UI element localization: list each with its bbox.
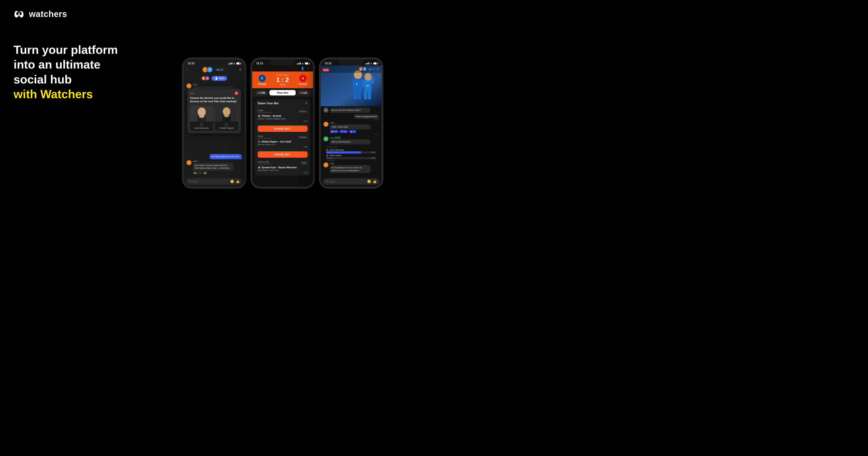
more-icon-p2[interactable]: ⋮ [307, 66, 310, 70]
live-badge-container: LIVE [322, 67, 329, 72]
p3-avatar-2: R [362, 66, 367, 72]
msg-name-1: Adel ✓ [193, 83, 242, 86]
live-badge: LIVE [322, 68, 329, 72]
phone-2-time: 11:11 [256, 62, 264, 65]
vote-button[interactable]: ▐▌ Vote [212, 76, 227, 81]
bet-odd-2: 1.86 [304, 146, 308, 148]
bet-detail-3: Over/Under: Over (2.5) [258, 169, 308, 171]
p3-reaction-1[interactable]: 👍 123 [330, 130, 338, 133]
p3-msg-name-4: Anry admin [330, 136, 379, 139]
team-chelsea: C Chelsea [255, 75, 269, 85]
phone-1-status-icons: ▲ [228, 62, 241, 65]
poll-bar-2: 15 % [326, 157, 376, 159]
reaction-thumbsup[interactable]: 👍 [203, 172, 207, 174]
benzema-avatar [326, 149, 329, 151]
svg-rect-17 [352, 79, 355, 87]
odds-row: × 3.98 Place Bet × 1.62 [252, 88, 313, 97]
reaction-fire[interactable]: 🔥 9695 [193, 172, 202, 174]
quiz-close-button[interactable]: × [235, 91, 238, 95]
poll-fill-2 [326, 157, 334, 159]
score-area: Premier League 1 : 2 49:30 [276, 74, 289, 86]
phone-1-side-button [246, 82, 246, 93]
signal-2 [298, 63, 299, 64]
p3-chat-avatars: A R [359, 66, 367, 72]
option-2-name: Coralie Fargeat [215, 127, 238, 130]
odd-1[interactable]: × 3.98 [255, 90, 268, 95]
phone-2-notch [270, 59, 295, 65]
bet-odd-1: 4.21 [304, 120, 308, 122]
p3-emoji-icon[interactable]: 🙂 [367, 179, 371, 183]
p3-settings-icon[interactable]: ⚙ [376, 67, 379, 70]
option-1-radio[interactable] [200, 123, 203, 126]
poll-bar-1: 70 % [326, 151, 376, 153]
signal-4 [232, 62, 232, 64]
svg-point-19 [364, 73, 372, 81]
settings-icon[interactable]: ⚙ [239, 68, 242, 72]
quiz-question: Choose the director you would like to di… [190, 96, 238, 103]
odd-2[interactable]: × 1.62 [298, 90, 310, 95]
signal-2 [229, 63, 230, 64]
bet-date-2: 29.09.2023 20:00 [258, 137, 272, 139]
option-2-svg [215, 106, 238, 121]
signal-3 [299, 63, 300, 64]
svg-point-11 [224, 115, 229, 117]
own-message: He's been playing so well lately. [210, 154, 242, 159]
p3-msg-bubble-1: did you see this Chelsea match? [330, 108, 370, 113]
share-bet-btn-2[interactable]: SHARE BET [258, 151, 308, 158]
bet-type-2: Single [258, 135, 272, 137]
phone-2-status-icons: ▲ [297, 62, 309, 65]
p3-msg-time-2: 22:30 [354, 119, 379, 121]
p3-msg-content-5: Adel ✓ It's frustrating to see our team … [330, 163, 379, 173]
bet-match-1: Chelsea – Arsenal [262, 115, 281, 117]
emoji-icon[interactable]: 🙂 [230, 179, 234, 183]
svg-point-9 [223, 108, 230, 115]
svg-rect-27 [326, 149, 329, 151]
watchers-logo-icon [13, 9, 26, 19]
p3-message-3: A Adel ✓ Yeah, I know right! 👍 123 ❤️ 23… [323, 122, 379, 135]
arsenal-badge: A [299, 75, 307, 82]
poll-fill-1 [326, 151, 361, 153]
match-score: 1 : 2 [276, 76, 289, 83]
share-bet-btn-1[interactable]: SHARE BET [258, 125, 308, 132]
battery-icon [237, 62, 241, 64]
bet-match-icon-2: 🎾 [258, 140, 261, 143]
bet-card-2-header: Single 29.09.2023 20:00 Pending [258, 135, 308, 139]
phone-2: 11:11 ▲ 👤 ⋮ [250, 57, 315, 189]
poll-option-2: Eden Hazard 15 % [326, 154, 376, 159]
hero-line1: Turn your platform [13, 43, 131, 57]
sport-video: LIVE A R 👥 120 ⚙ [321, 65, 381, 106]
bet-status-3: Won [301, 162, 307, 165]
poll-pct-2: 15 % [372, 157, 375, 159]
quiz-option-2[interactable]: Coralie Fargeat [215, 106, 238, 131]
signal-4 [369, 62, 369, 64]
hero-line3: social hub [13, 73, 131, 86]
svg-rect-28 [326, 154, 329, 157]
bet-card-3: System (5/8) 29.09.2023 20:00 Won ⚽ Dyna… [255, 159, 310, 175]
signal-4 [300, 62, 301, 64]
p3-send-icon[interactable]: 👍 [373, 179, 377, 183]
signal-2 [366, 63, 367, 64]
hazard-avatar [326, 154, 329, 157]
back-icon[interactable]: ‹ [186, 67, 188, 72]
p3-msg-content-3: Adel ✓ Yeah, I know right! 👍 123 ❤️ 234 … [330, 122, 379, 135]
quiz-label: Quiz [190, 92, 194, 94]
send-icon[interactable]: 👍 [236, 179, 240, 183]
message-row-3: A Adel ✓ who made a Cannes splash with h… [186, 160, 242, 174]
msg-reactions-3: 🔥 9695 👍 [193, 172, 234, 174]
quiz-options: Julia Ducournau [190, 106, 238, 131]
p3-message-1: G did you see this Chelsea match? [323, 108, 379, 113]
phone-3-notch [339, 59, 364, 65]
quiz-option-1[interactable]: Julia Ducournau [190, 106, 213, 131]
poll-option-label-2: Eden Hazard [326, 154, 376, 157]
p3-message-placeholder: Message [326, 180, 365, 183]
place-bet-button[interactable]: Place Bet [270, 90, 296, 95]
option-2-radio[interactable] [225, 123, 228, 126]
user-icon-p2[interactable]: 👤 [301, 66, 305, 70]
share-bet-close-icon[interactable]: ✕ [305, 101, 308, 105]
p3-reaction-2[interactable]: ❤️ 234 [339, 130, 348, 133]
p3-reaction-3[interactable]: 🔥 12 [349, 130, 356, 133]
svg-rect-24 [371, 77, 374, 84]
bet-card-1-header: Single 29.09.2023 20:00 Pending [258, 109, 308, 114]
p3-msg-bubble-2: What a disappointment! [354, 114, 379, 119]
phone-1-time: 11:11 [188, 62, 195, 65]
